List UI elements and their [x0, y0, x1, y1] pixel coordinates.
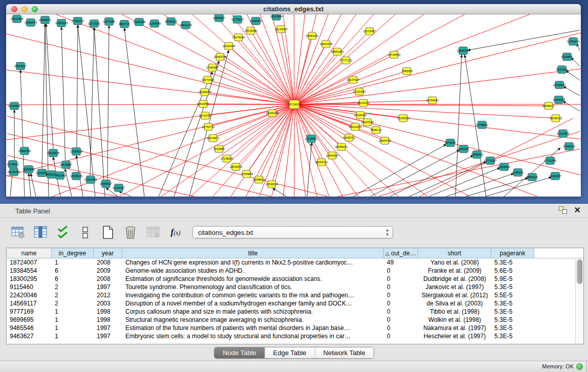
column-select-button[interactable] — [32, 224, 49, 241]
graph-node[interactable]: 17712345 — [544, 157, 556, 165]
table-cell[interactable]: 49 — [384, 258, 418, 267]
graph-node[interactable]: 17354864 — [241, 170, 253, 178]
table-row[interactable]: 1830029562008Estimation of significance … — [7, 275, 575, 283]
table-cell[interactable]: 0 — [384, 308, 418, 316]
graph-node[interactable]: 16904512 — [498, 163, 510, 171]
show-all-columns-button[interactable] — [54, 224, 72, 241]
table-cell[interactable]: 1997 — [94, 283, 122, 291]
graph-node[interactable]: 16981261 — [306, 32, 318, 39]
graph-node[interactable]: 17957255 — [84, 176, 97, 184]
table-cell[interactable]: 5.3E-5 — [491, 258, 534, 267]
graph-node[interactable]: 25160590 — [8, 102, 20, 110]
table-cell[interactable]: 2 — [52, 283, 94, 291]
table-cell[interactable]: 0 — [384, 267, 418, 275]
table-cell[interactable]: Stergiakouli et al. (2012) — [418, 291, 491, 299]
table-cell[interactable]: 0 — [384, 299, 418, 308]
table-cell[interactable]: 0 — [384, 332, 418, 340]
table-row[interactable]: 911546021997Tourette syndrome. Phenomeno… — [7, 283, 575, 291]
graph-node[interactable]: 22040064 — [354, 112, 366, 119]
graph-node[interactable]: 19528254 — [230, 163, 242, 170]
graph-node[interactable]: 8995712 — [371, 126, 381, 134]
table-cell[interactable]: 1997 — [94, 332, 122, 340]
delete-column-button[interactable] — [122, 224, 139, 241]
graph-node[interactable]: 30975887 — [60, 161, 72, 169]
table-cell[interactable]: 9465546 — [7, 324, 52, 332]
graph-node[interactable]: 9245012 — [512, 169, 523, 177]
column-header-out_de[interactable]: △out_de… — [384, 248, 418, 258]
function-builder-button[interactable]: f(x) — [167, 224, 184, 241]
table-cell[interactable]: 2009 — [94, 267, 122, 275]
graph-node[interactable]: 20206535 — [47, 149, 59, 157]
column-header-short[interactable]: short — [418, 248, 491, 258]
table-cell[interactable]: Changes of HCN gene expression and I(f) … — [122, 258, 384, 267]
table-cell[interactable]: Disruption of a novel member of a sodium… — [122, 299, 384, 308]
table-cell[interactable]: 1 — [52, 258, 94, 267]
table-row[interactable]: 1938455462009Genome-wide association stu… — [7, 267, 575, 275]
table-scrollbar[interactable] — [575, 258, 583, 344]
graph-node[interactable]: 16939426 — [165, 18, 177, 26]
graph-node[interactable]: 15474046 — [232, 34, 245, 41]
table-cell[interactable]: 1 — [52, 324, 94, 332]
table-cell[interactable]: 1997 — [94, 324, 122, 332]
graph-node[interactable]: 24850364 — [331, 48, 343, 55]
table-row[interactable]: 1872400712008Changes of HCN gene express… — [7, 258, 575, 267]
table-cell[interactable]: 2 — [52, 299, 94, 308]
graph-node[interactable]: 10994752 — [379, 137, 391, 144]
table-cell[interactable]: 18724007 — [7, 258, 52, 267]
table-cell[interactable]: 9699695 — [7, 316, 52, 324]
table-cell[interactable]: 2008 — [94, 258, 122, 267]
table-cell[interactable]: Jankovic et al. (1997) — [418, 283, 491, 291]
graph-node[interactable]: 15958471 — [542, 102, 555, 110]
graph-node[interactable]: 10835412 — [471, 151, 483, 159]
table-cell[interactable]: 1998 — [94, 316, 122, 324]
table-cell[interactable]: 9115460 — [7, 283, 52, 291]
graph-node[interactable]: 17605101 — [563, 143, 575, 150]
memory-ok-indicator[interactable] — [576, 363, 583, 370]
table-cell[interactable]: 5.3E-5 — [491, 316, 534, 324]
graph-node[interactable]: 15173251 — [88, 20, 100, 28]
graph-node[interactable]: 14595432 — [335, 143, 347, 150]
table-row[interactable]: 946362711997Embryonic stem cells: a mode… — [7, 332, 575, 340]
column-header-pagerank[interactable]: pagerank — [491, 248, 534, 258]
graph-node[interactable]: 12965214 — [55, 19, 68, 27]
graph-node[interactable]: 19734593 — [388, 51, 400, 58]
column-header-year[interactable]: year — [94, 248, 122, 258]
tab-network-table[interactable]: Network Table — [315, 347, 374, 358]
table-cell[interactable]: 5.6E-5 — [491, 267, 534, 275]
graph-node[interactable]: 15881306 — [18, 147, 31, 155]
graph-node[interactable]: 20513027 — [14, 62, 27, 70]
graph-node[interactable]: 11254549 — [148, 20, 161, 28]
table-cell[interactable]: 0 — [384, 283, 418, 291]
table-cell[interactable]: 18300295 — [7, 275, 52, 283]
table-cell[interactable]: 5.3E-5 — [491, 324, 534, 332]
table-cell[interactable]: 19384554 — [7, 267, 52, 275]
graph-node[interactable]: 9862715 — [119, 20, 129, 28]
table-cell[interactable]: 14569117 — [7, 299, 52, 308]
table-cell[interactable]: de Silva et al. (2003) — [418, 299, 491, 308]
table-cell[interactable]: 5.3E-5 — [491, 332, 534, 340]
graph-node[interactable]: 23974871 — [207, 135, 219, 142]
graph-node[interactable]: 11544691 — [426, 97, 439, 104]
graph-node[interactable]: 12536514 — [266, 181, 278, 188]
table-cell[interactable]: Nakamura et al. (1997) — [418, 324, 491, 332]
table-cell[interactable]: 1 — [52, 316, 94, 324]
graph-node[interactable]: 14618250 — [245, 27, 257, 34]
graph-node[interactable]: 16381573 — [25, 19, 37, 27]
graph-node[interactable]: 9059512 — [46, 171, 56, 179]
graph-node[interactable]: 12093832 — [553, 81, 565, 89]
table-cell[interactable]: 6 — [52, 275, 94, 283]
close-panel-icon[interactable]: ✕ — [574, 207, 581, 214]
table-row[interactable]: 969969511998Structural magnetic resonanc… — [7, 316, 575, 324]
graph-node[interactable]: 17081971 — [72, 17, 84, 25]
column-header-title[interactable]: title — [122, 248, 384, 258]
column-header-in_degree[interactable]: in_degree — [52, 248, 94, 258]
table-cell[interactable]: Corpus callosum shape and size in male p… — [122, 308, 384, 316]
table-cell[interactable]: 5.5E-5 — [491, 291, 534, 299]
table-cell[interactable]: Franke et al. (2009) — [418, 267, 491, 275]
graph-node[interactable]: 20720751 — [199, 112, 211, 119]
table-cell[interactable]: Wolkin et al. (1998) — [418, 316, 491, 324]
graph-node[interactable]: 18724007 — [288, 100, 300, 109]
graph-node[interactable]: 16648784 — [457, 47, 469, 55]
table-cell[interactable]: 5.9E-5 — [491, 275, 534, 283]
graph-node[interactable]: 11156849 — [23, 166, 35, 173]
